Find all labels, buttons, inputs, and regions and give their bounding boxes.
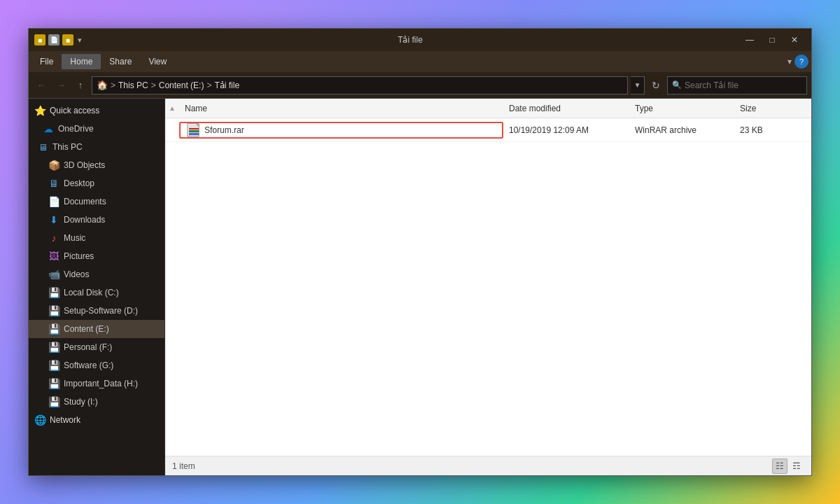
- sidebar-label-videos: Videos: [64, 270, 89, 279]
- sidebar-label-pictures: Pictures: [64, 251, 94, 261]
- important-data-h-icon: 💾: [48, 378, 59, 389]
- menu-view[interactable]: View: [140, 54, 175, 69]
- rar-file-icon: [186, 123, 200, 137]
- videos-icon: 📹: [48, 269, 59, 280]
- sidebar-item-pictures[interactable]: 🖼 Pictures: [29, 247, 164, 265]
- search-box[interactable]: 🔍: [667, 76, 807, 94]
- sidebar-item-setup-software-d[interactable]: 💾 Setup-Software (D:): [29, 302, 164, 320]
- documents-icon: 📄: [48, 196, 59, 207]
- app-icon-1: ■: [34, 34, 46, 46]
- search-input[interactable]: [685, 80, 802, 90]
- personal-f-icon: 💾: [48, 342, 59, 353]
- sidebar-item-local-disk-c[interactable]: 💾 Local Disk (C:): [29, 284, 164, 302]
- address-path[interactable]: 🏠 > This PC > Content (E:) > Tải file: [92, 76, 628, 94]
- view-icons: ☷ ☶: [772, 458, 804, 474]
- sidebar-item-downloads[interactable]: ⬇ Downloads: [29, 211, 164, 229]
- 3d-objects-icon: 📦: [48, 160, 59, 171]
- title-bar: ■ 📄 ■ ▾ Tải file — □ ✕: [29, 29, 811, 51]
- sidebar-item-music[interactable]: ♪ Music: [29, 229, 164, 247]
- pictures-icon: 🖼: [48, 251, 59, 262]
- sidebar-label-content-e: Content (E:): [64, 324, 109, 334]
- file-area: ▲ Name Date modified Type Size: [165, 99, 811, 475]
- sidebar-item-study-i[interactable]: 💾 Study (I:): [29, 393, 164, 411]
- sidebar-label-software-g: Software (G:): [64, 360, 113, 370]
- minimize-button[interactable]: —: [738, 30, 761, 50]
- setup-software-d-icon: 💾: [48, 305, 59, 316]
- nav-back-button[interactable]: ←: [33, 77, 50, 94]
- sidebar-label-local-disk-c: Local Disk (C:): [64, 288, 119, 298]
- sidebar-label-onedrive: OneDrive: [58, 124, 94, 134]
- help-button[interactable]: ?: [794, 55, 808, 69]
- table-row[interactable]: Sforum.rar 10/19/2019 12:09 AM WinRAR ar…: [165, 118, 811, 142]
- path-home-icon: 🏠: [97, 80, 108, 90]
- menu-home[interactable]: Home: [62, 54, 101, 69]
- menu-expand-arrow[interactable]: ▾: [788, 57, 792, 66]
- software-g-icon: 💾: [48, 360, 59, 371]
- sidebar-item-quick-access[interactable]: ⭐ Quick access: [29, 102, 164, 120]
- sidebar-item-content-e[interactable]: 💾 Content (E:): [29, 320, 164, 338]
- maximize-button[interactable]: □: [761, 30, 783, 50]
- sidebar-label-music: Music: [64, 233, 85, 243]
- sidebar-item-3d-objects[interactable]: 📦 3D Objects: [29, 156, 164, 174]
- onedrive-icon: ☁: [43, 123, 54, 134]
- menu-bar-right: ▾ ?: [788, 55, 808, 69]
- column-header: ▲ Name Date modified Type Size: [165, 99, 811, 118]
- col-header-date[interactable]: Date modified: [503, 104, 629, 113]
- sidebar-item-this-pc[interactable]: 🖥 This PC: [29, 138, 164, 156]
- status-bar: 1 item ☷ ☶: [165, 456, 811, 475]
- menu-file[interactable]: File: [31, 54, 62, 69]
- sidebar-item-software-g[interactable]: 💾 Software (G:): [29, 356, 164, 374]
- file-name: Sforum.rar: [204, 125, 244, 135]
- app-icon-3: ■: [62, 34, 74, 46]
- file-size: 23 KB: [734, 125, 790, 135]
- content-e-icon: 💾: [48, 323, 59, 335]
- window-title: Tải file: [82, 35, 738, 45]
- sidebar-item-videos[interactable]: 📹 Videos: [29, 265, 164, 284]
- menu-share[interactable]: Share: [101, 54, 140, 69]
- nav-forward-button[interactable]: →: [52, 77, 69, 94]
- address-dropdown-button[interactable]: ▼: [631, 76, 645, 94]
- this-pc-icon: 🖥: [37, 141, 48, 153]
- path-content-e[interactable]: Content (E:): [159, 80, 204, 90]
- path-this-pc[interactable]: This PC: [118, 80, 148, 90]
- sidebar-label-study-i: Study (I:): [64, 397, 98, 407]
- sidebar-item-desktop[interactable]: 🖥 Desktop: [29, 174, 164, 192]
- close-button[interactable]: ✕: [783, 30, 806, 50]
- title-bar-icons: ■ 📄 ■ ▾: [34, 34, 82, 46]
- sidebar: ⭐ Quick access ☁ OneDrive 🖥 This PC 📦 3D…: [29, 99, 165, 475]
- sidebar-item-personal-f[interactable]: 💾 Personal (F:): [29, 338, 164, 356]
- col-header-type[interactable]: Type: [629, 104, 734, 113]
- view-details-button[interactable]: ☷: [772, 458, 788, 474]
- sidebar-item-onedrive[interactable]: ☁ OneDrive: [29, 120, 164, 138]
- menu-bar: File Home Share View ▾ ?: [29, 51, 811, 72]
- file-type: WinRAR archive: [629, 125, 734, 135]
- app-icon-2: 📄: [48, 34, 59, 46]
- view-tiles-button[interactable]: ☶: [789, 458, 804, 474]
- sidebar-label-setup-software-d: Setup-Software (D:): [64, 306, 138, 316]
- col-header-name[interactable]: Name: [179, 104, 503, 113]
- file-name-cell[interactable]: Sforum.rar: [179, 122, 503, 139]
- sidebar-label-personal-f: Personal (F:): [64, 342, 112, 352]
- col-header-size[interactable]: Size: [734, 104, 790, 113]
- file-list: Sforum.rar 10/19/2019 12:09 AM WinRAR ar…: [165, 118, 811, 456]
- path-tai-file[interactable]: Tải file: [214, 80, 239, 90]
- sidebar-label-important-data-h: Important_Data (H:): [64, 379, 138, 388]
- music-icon: ♪: [48, 232, 59, 244]
- explorer-window: ■ 📄 ■ ▾ Tải file — □ ✕ File Home Share V…: [28, 28, 812, 476]
- sidebar-item-important-data-h[interactable]: 💾 Important_Data (H:): [29, 374, 164, 393]
- window-controls: — □ ✕: [738, 30, 806, 50]
- network-icon: 🌐: [34, 414, 46, 426]
- sidebar-item-network[interactable]: 🌐 Network: [29, 411, 164, 429]
- search-icon: 🔍: [672, 80, 682, 90]
- sidebar-item-documents[interactable]: 📄 Documents: [29, 192, 164, 211]
- refresh-button[interactable]: ↻: [648, 77, 664, 94]
- sidebar-label-3d-objects: 3D Objects: [64, 160, 105, 170]
- address-bar: ← → ↑ 🏠 > This PC > Content (E:) > Tải f…: [29, 72, 811, 99]
- study-i-icon: 💾: [48, 396, 59, 407]
- sidebar-label-quick-access: Quick access: [50, 106, 99, 115]
- desktop-icon: 🖥: [48, 178, 59, 189]
- nav-up-button[interactable]: ↑: [72, 77, 89, 94]
- sidebar-label-downloads: Downloads: [64, 215, 105, 225]
- local-disk-c-icon: 💾: [48, 287, 59, 298]
- sidebar-label-desktop: Desktop: [64, 178, 94, 188]
